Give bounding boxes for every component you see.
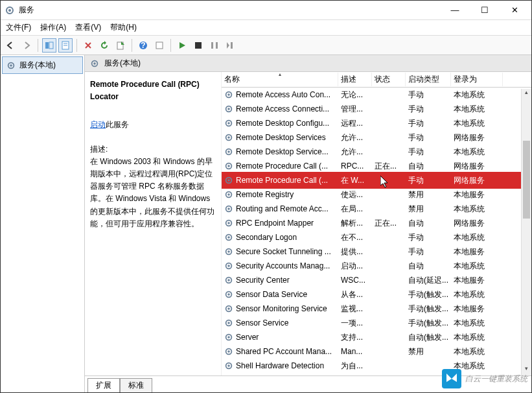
cell-desc: 启动...: [338, 261, 372, 272]
services-list: 名称▴ 描述 状态 启动类型 登录为 Remote Access Auto Co…: [221, 72, 531, 375]
menu-view[interactable]: 查看(V): [75, 22, 101, 33]
service-row[interactable]: RPC Endpoint Mapper解析...正在...自动网络服务: [222, 216, 531, 230]
service-row[interactable]: Remote Access Connecti...管理...手动本地系统: [222, 102, 531, 116]
tab-standard[interactable]: 标准: [120, 378, 152, 392]
svg-point-46: [227, 279, 230, 281]
col-description[interactable]: 描述: [338, 73, 372, 86]
start-service-link[interactable]: 启动: [90, 119, 106, 131]
cell-desc: 为自...: [338, 361, 372, 372]
cell-desc: RPC...: [338, 161, 372, 171]
svg-point-24: [227, 122, 230, 125]
titlebar: 服务 — ☐ ✕: [1, 1, 531, 20]
menu-file[interactable]: 文件(F): [6, 22, 31, 33]
service-row[interactable]: Routing and Remote Acc...在局...禁用本地系统: [222, 202, 531, 216]
service-row[interactable]: Remote Procedure Call (...RPC...正在...自动网…: [222, 159, 531, 173]
help2-button[interactable]: [152, 38, 167, 53]
service-row[interactable]: Remote Registry使远...禁用本地服务: [222, 187, 531, 202]
back-button[interactable]: [3, 38, 17, 53]
tree-services-local[interactable]: 服务(本地): [2, 56, 83, 74]
svg-text:?: ?: [141, 41, 145, 50]
cell-name: RPC Endpoint Mapper: [222, 219, 338, 228]
refresh-button[interactable]: [97, 38, 111, 53]
cell-logon: 本地系统: [451, 346, 503, 357]
gear-icon: [224, 261, 233, 270]
show-console-tree-button[interactable]: [42, 38, 56, 53]
col-logon[interactable]: 登录为: [451, 73, 503, 86]
scroll-up-icon[interactable]: ▴: [522, 89, 531, 99]
service-row[interactable]: Security CenterWSC...自动(延迟...本地服务: [222, 273, 531, 287]
restart-service-button[interactable]: [224, 38, 238, 53]
service-row[interactable]: Shared PC Account Mana...Man...禁用本地系统: [222, 344, 531, 359]
cell-name: Sensor Service: [222, 318, 338, 328]
gear-icon: [224, 361, 233, 370]
service-row[interactable]: Secondary Logon在不...手动本地系统: [222, 230, 531, 244]
cell-name: Routing and Remote Acc...: [222, 204, 338, 213]
cell-startup: 禁用: [406, 346, 451, 357]
gear-icon: [224, 304, 233, 313]
delete-button[interactable]: [81, 38, 95, 53]
maximize-button[interactable]: ☐: [476, 5, 494, 15]
cell-desc: 管理...: [338, 104, 372, 115]
console-tree: 服务(本地): [1, 55, 85, 392]
gear-icon: [5, 5, 15, 16]
col-name[interactable]: 名称▴: [222, 73, 338, 86]
svg-point-18: [93, 62, 96, 65]
gear-icon: [224, 290, 233, 299]
gear-icon: [224, 119, 233, 128]
svg-point-1: [8, 9, 11, 12]
tab-extended[interactable]: 扩展: [87, 378, 120, 392]
cell-desc: 使远...: [338, 189, 372, 200]
service-row[interactable]: Sensor Service一项...手动(触发...本地系统: [222, 316, 531, 330]
tree-label: 服务(本地): [19, 60, 56, 71]
cell-startup: 手动(触发...: [406, 304, 451, 315]
scrollbar[interactable]: ▴ ▾: [521, 89, 531, 375]
cell-desc: 在不...: [338, 232, 372, 243]
service-row[interactable]: Remote Desktop Service...允许...手动本地系统: [222, 145, 531, 159]
gear-icon: [224, 347, 233, 356]
service-row[interactable]: Remote Procedure Call (...在 W...手动网络服务: [222, 173, 531, 187]
svg-rect-14: [231, 42, 233, 49]
forward-button[interactable]: [19, 38, 34, 53]
service-row[interactable]: Security Accounts Manag...启动...自动本地系统: [222, 259, 531, 273]
cell-name: Remote Access Connecti...: [222, 104, 338, 113]
stop-service-button[interactable]: [191, 38, 205, 53]
close-button[interactable]: ✕: [505, 5, 524, 15]
svg-point-26: [227, 136, 230, 139]
start-suffix: 此服务: [106, 120, 129, 129]
menu-help[interactable]: 帮助(H): [110, 22, 137, 33]
column-header: 名称▴ 描述 状态 启动类型 登录为: [222, 72, 531, 88]
service-row[interactable]: Server支持...自动(触发...本地系统: [222, 330, 531, 344]
minimize-button[interactable]: —: [446, 5, 464, 15]
cell-logon: 网络服务: [451, 175, 503, 186]
cell-logon: 本地服务: [451, 246, 503, 257]
menu-action[interactable]: 操作(A): [40, 22, 66, 33]
watermark-text: 白云一键重装系统: [465, 374, 527, 385]
desc-text: 在 Windows 2003 和 Windows 的早期版本中，远程过程调用(R…: [90, 156, 216, 230]
export-button[interactable]: [113, 38, 128, 53]
cell-startup: 手动: [406, 118, 451, 129]
pause-service-button[interactable]: [207, 38, 222, 53]
detail-service-name: Remote Procedure Call (RPC) Locator: [90, 78, 216, 103]
service-row[interactable]: Remote Desktop Services允许...手动网络服务: [222, 130, 531, 145]
cell-desc: 在局...: [338, 204, 372, 215]
scrollbar-thumb[interactable]: [523, 141, 530, 219]
cell-logon: 网络服务: [451, 161, 503, 172]
service-row[interactable]: Sensor Monitoring Service监视...手动(触发...本地…: [222, 302, 531, 316]
gear-icon: [224, 247, 233, 256]
service-row[interactable]: Secure Socket Tunneling ...提供...手动本地服务: [222, 244, 531, 259]
service-row[interactable]: Remote Desktop Configu...远程...手动本地系统: [222, 116, 531, 130]
cell-startup: 禁用: [406, 189, 451, 200]
col-status[interactable]: 状态: [372, 73, 406, 86]
help-button[interactable]: ?: [136, 38, 150, 53]
service-row[interactable]: Sensor Data Service从各...手动(触发...本地系统: [222, 287, 531, 302]
cell-desc: 允许...: [338, 147, 372, 158]
cell-name: Remote Access Auto Con...: [222, 90, 338, 99]
col-startup[interactable]: 启动类型: [406, 73, 451, 86]
cell-name: Sensor Data Service: [222, 290, 338, 299]
properties-button[interactable]: [58, 38, 73, 53]
start-service-button[interactable]: [175, 38, 189, 53]
cell-startup: 自动(触发...: [406, 332, 451, 343]
service-row[interactable]: Remote Access Auto Con...无论...手动本地系统: [222, 88, 531, 102]
svg-point-30: [227, 165, 230, 167]
gear-icon: [6, 61, 16, 70]
